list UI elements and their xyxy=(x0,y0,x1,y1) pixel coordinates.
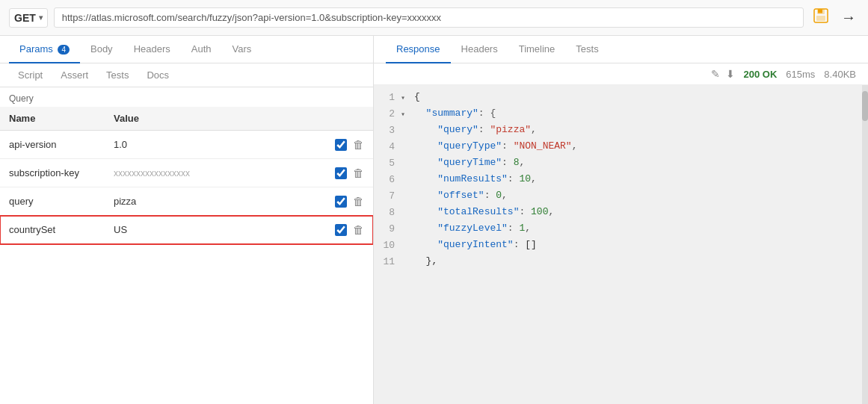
line-arrow xyxy=(401,223,411,225)
line-content: }, xyxy=(411,255,868,267)
tabs-row-2: Script Assert Tests Docs xyxy=(0,63,373,87)
line-number: 10 xyxy=(374,239,401,251)
scrollbar-track[interactable] xyxy=(862,85,868,404)
code-area: 1▾{2▾ "summary": {3 "query": "pizza",4 "… xyxy=(374,85,868,404)
param-actions: 🗑 xyxy=(326,159,373,187)
line-number: 11 xyxy=(374,255,401,267)
param-checkbox[interactable] xyxy=(335,196,347,208)
tab-assert[interactable]: Assert xyxy=(52,63,97,87)
param-name: api-version xyxy=(0,131,105,159)
line-number: 3 xyxy=(374,124,401,136)
code-line: 10 "queryIntent": [] xyxy=(374,239,868,255)
param-value[interactable]: xxxxxxxxxxxxxxxxx xyxy=(105,159,326,187)
tab-script[interactable]: Script xyxy=(9,63,52,87)
params-badge: 4 xyxy=(58,45,70,55)
line-content: "offset": 0, xyxy=(411,190,868,201)
param-name: countrySet xyxy=(0,216,105,244)
tab-params[interactable]: Params 4 xyxy=(9,36,80,63)
resp-tab-tests[interactable]: Tests xyxy=(565,36,609,63)
response-size: 8.40KB xyxy=(824,69,856,80)
param-checkbox[interactable] xyxy=(335,224,347,236)
line-arrow xyxy=(401,206,411,208)
resp-tab-response[interactable]: Response xyxy=(386,36,451,63)
param-name: subscription-key xyxy=(0,159,105,187)
method-label: GET xyxy=(14,12,36,24)
tab-auth[interactable]: Auth xyxy=(181,36,222,63)
line-content: { xyxy=(411,91,868,102)
col-value: Value xyxy=(105,107,326,131)
query-section: Query Name Value api-version1.0 🗑 subscr… xyxy=(0,87,373,404)
scrollbar-thumb[interactable] xyxy=(862,91,868,121)
line-content: "queryIntent": [] xyxy=(411,239,868,250)
left-panel: Params 4 Body Headers Auth Vars Script A… xyxy=(0,36,374,404)
code-line: 11 }, xyxy=(374,255,868,272)
code-line: 6 "numResults": 10, xyxy=(374,173,868,190)
send-arrow-icon[interactable]: → xyxy=(838,7,859,28)
line-number: 5 xyxy=(374,157,401,169)
resp-tab-headers[interactable]: Headers xyxy=(451,36,508,63)
resp-tab-timeline[interactable]: Timeline xyxy=(508,36,566,63)
status-bar: ✎ ⬇ 200 OK 615ms 8.40KB xyxy=(374,63,868,85)
line-arrow xyxy=(401,190,411,192)
table-row: querypizza 🗑 xyxy=(0,187,373,216)
param-actions: 🗑 xyxy=(326,216,373,244)
line-content: "summary": { xyxy=(411,108,868,119)
line-arrow[interactable]: ▾ xyxy=(401,108,411,119)
line-content: "fuzzyLevel": 1, xyxy=(411,223,868,234)
code-line: 9 "fuzzyLevel": 1, xyxy=(374,223,868,239)
line-arrow xyxy=(401,124,411,126)
delete-icon[interactable]: 🗑 xyxy=(353,167,364,179)
table-row: countrySetUS 🗑 xyxy=(0,216,373,244)
response-tabs: Response Headers Timeline Tests xyxy=(374,36,868,63)
line-number: 8 xyxy=(374,206,401,218)
tab-body[interactable]: Body xyxy=(80,36,123,63)
line-arrow xyxy=(401,140,411,143)
edit-icon[interactable]: ✎ xyxy=(711,68,720,80)
param-value[interactable]: 1.0 xyxy=(105,131,326,159)
table-row: api-version1.0 🗑 xyxy=(0,131,373,159)
tab-vars[interactable]: Vars xyxy=(222,36,262,63)
tab-tests[interactable]: Tests xyxy=(97,63,138,87)
url-bar: GET ▾ → xyxy=(0,0,868,36)
line-number: 1 xyxy=(374,91,401,103)
line-arrow xyxy=(401,239,411,241)
svg-rect-3 xyxy=(818,10,822,13)
line-content: "numResults": 10, xyxy=(411,173,868,184)
main-layout: Params 4 Body Headers Auth Vars Script A… xyxy=(0,36,868,404)
line-number: 7 xyxy=(374,190,401,202)
line-content: "totalResults": 100, xyxy=(411,206,868,217)
code-line: 1▾{ xyxy=(374,91,868,108)
line-content: "queryType": "NON_NEAR", xyxy=(411,140,868,152)
line-number: 9 xyxy=(374,223,401,234)
delete-icon[interactable]: 🗑 xyxy=(353,138,364,151)
param-value[interactable]: US xyxy=(105,216,326,244)
tab-headers[interactable]: Headers xyxy=(123,36,181,63)
line-arrow xyxy=(401,173,411,175)
line-arrow xyxy=(401,157,411,159)
line-content: "queryTime": 8, xyxy=(411,157,868,168)
save-icon[interactable] xyxy=(810,6,832,29)
code-line: 2▾ "summary": { xyxy=(374,108,868,124)
method-select[interactable]: GET ▾ xyxy=(9,8,48,28)
param-actions: 🗑 xyxy=(326,187,373,216)
param-actions: 🗑 xyxy=(326,131,373,159)
download-icon[interactable]: ⬇ xyxy=(726,68,735,80)
param-value[interactable]: pizza xyxy=(105,187,326,216)
param-checkbox[interactable] xyxy=(335,167,347,179)
line-number: 6 xyxy=(374,173,401,185)
line-content: "query": "pizza", xyxy=(411,124,868,135)
line-arrow[interactable]: ▾ xyxy=(401,91,411,102)
col-actions xyxy=(326,107,373,131)
code-line: 7 "offset": 0, xyxy=(374,190,868,206)
chevron-down-icon: ▾ xyxy=(39,13,43,22)
response-time: 615ms xyxy=(786,69,815,80)
line-arrow xyxy=(401,255,411,258)
tab-docs[interactable]: Docs xyxy=(138,63,178,87)
line-number: 2 xyxy=(374,108,401,119)
url-input[interactable] xyxy=(54,7,804,28)
delete-icon[interactable]: 🗑 xyxy=(353,223,364,236)
param-checkbox[interactable] xyxy=(335,139,347,151)
code-line: 4 "queryType": "NON_NEAR", xyxy=(374,140,868,157)
code-line: 5 "queryTime": 8, xyxy=(374,157,868,173)
delete-icon[interactable]: 🗑 xyxy=(353,195,364,208)
